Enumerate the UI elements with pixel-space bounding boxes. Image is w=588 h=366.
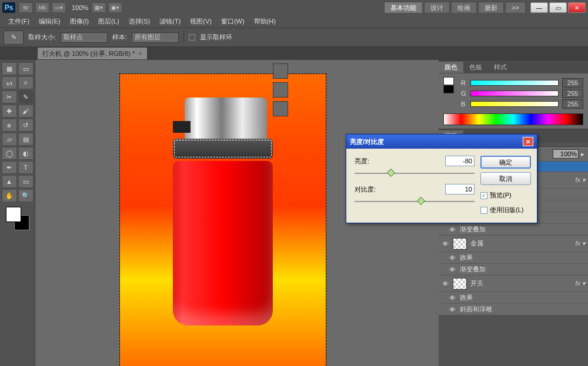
- brightness-input[interactable]: [445, 156, 475, 166]
- mini-panel-icon[interactable]: [273, 101, 288, 116]
- visibility-icon[interactable]: 👁: [448, 266, 456, 273]
- close-tab-icon[interactable]: ×: [138, 50, 142, 57]
- color-panel-swatch[interactable]: [443, 77, 454, 110]
- channel-b-slider[interactable]: [470, 101, 559, 107]
- channel-g-value[interactable]: [562, 89, 583, 98]
- layer-row[interactable]: 👁 金属 fx ▾: [439, 235, 588, 251]
- sample-scope-select[interactable]: [132, 32, 179, 43]
- layer-opacity-input[interactable]: [553, 149, 579, 159]
- tool-crop[interactable]: ✂: [2, 90, 17, 103]
- minibridge-button[interactable]: Mb: [35, 2, 49, 13]
- layer-effect-row[interactable]: 👁渐变叠加: [439, 263, 588, 275]
- workspace-design[interactable]: 设计: [424, 2, 450, 14]
- tool-quick-select[interactable]: ✧: [18, 76, 34, 89]
- fx-badge[interactable]: fx ▾: [575, 176, 586, 184]
- tool-blur[interactable]: ◯: [2, 147, 17, 160]
- menu-layer[interactable]: 图层(L): [93, 16, 123, 27]
- tab-swatches[interactable]: 色板: [463, 62, 488, 73]
- layer-name[interactable]: 金属: [470, 239, 483, 248]
- menu-edit[interactable]: 编辑(E): [34, 16, 65, 27]
- visibility-icon[interactable]: 👁: [448, 306, 456, 313]
- workspace-photography[interactable]: 摄影: [478, 2, 504, 14]
- current-tool-eyedropper-icon[interactable]: ✎: [4, 31, 24, 45]
- layer-effect-row[interactable]: 👁渐变叠加: [439, 223, 588, 235]
- tool-move[interactable]: ▦: [2, 62, 17, 75]
- window-maximize[interactable]: ▭: [549, 2, 567, 13]
- visibility-icon[interactable]: 👁: [441, 280, 449, 287]
- contrast-slider[interactable]: [355, 197, 475, 206]
- tool-hand[interactable]: ✋: [2, 189, 17, 202]
- tool-marquee[interactable]: ▭: [18, 62, 34, 75]
- tool-shape[interactable]: ▭: [18, 175, 34, 188]
- dialog-close-icon[interactable]: ✕: [523, 137, 533, 146]
- tab-styles[interactable]: 样式: [488, 62, 513, 73]
- color-swatches[interactable]: [6, 207, 29, 230]
- channel-r-value[interactable]: [562, 78, 583, 88]
- tool-zoom[interactable]: 🔍: [18, 189, 34, 202]
- tab-color[interactable]: 颜色: [439, 62, 463, 73]
- extras-button[interactable]: ▣▾: [108, 2, 122, 13]
- visibility-icon[interactable]: 👁: [448, 294, 456, 301]
- tool-heal[interactable]: ✚: [2, 105, 17, 117]
- dialog-title-bar[interactable]: 亮度/对比度 ✕: [346, 135, 537, 149]
- workspace-more[interactable]: >>: [505, 2, 526, 14]
- legacy-checkbox[interactable]: 使用旧版(L): [480, 206, 531, 214]
- tool-type[interactable]: T: [18, 161, 34, 174]
- visibility-icon[interactable]: 👁: [448, 254, 456, 261]
- layer-effect-row[interactable]: 👁效果: [439, 291, 588, 303]
- brightness-slider[interactable]: [355, 169, 475, 178]
- menu-help[interactable]: 帮助(H): [249, 16, 280, 27]
- contrast-input[interactable]: [445, 184, 475, 194]
- bridge-button[interactable]: Br: [19, 2, 33, 13]
- window-close[interactable]: ✕: [568, 2, 586, 13]
- preview-checkbox[interactable]: ✓ 预览(P): [480, 191, 531, 200]
- menu-image[interactable]: 图像(I): [65, 16, 93, 27]
- tool-pen[interactable]: ✒: [2, 161, 17, 174]
- fx-badge[interactable]: fx ▾: [575, 240, 586, 247]
- fx-badge[interactable]: fx ▾: [575, 280, 586, 287]
- channel-b-value[interactable]: [562, 99, 583, 109]
- effect-label: 渐变叠加: [460, 265, 486, 274]
- layer-thumbnail[interactable]: [453, 278, 467, 290]
- menu-filter[interactable]: 滤镜(T): [155, 16, 185, 27]
- tool-eyedropper[interactable]: ✎: [18, 90, 34, 103]
- layer-thumbnail[interactable]: [453, 238, 467, 250]
- screen-mode-button[interactable]: ▭▾: [52, 2, 66, 13]
- show-sampling-ring-checkbox[interactable]: [189, 34, 195, 41]
- channel-g-slider[interactable]: [470, 90, 559, 96]
- sample-size-select[interactable]: [61, 32, 108, 43]
- tool-path-select[interactable]: ▲: [2, 175, 17, 188]
- tool-history-brush[interactable]: ↺: [18, 119, 34, 132]
- mini-panel-icon[interactable]: [273, 63, 288, 79]
- workspace-painting[interactable]: 绘画: [451, 2, 477, 14]
- tool-lasso[interactable]: ᔕ: [2, 76, 17, 89]
- foreground-color-swatch[interactable]: [6, 207, 21, 222]
- workspace-essentials[interactable]: 基本功能: [384, 2, 423, 14]
- arrange-button[interactable]: ▦▾: [92, 2, 106, 13]
- options-bar: ✎ 取样大小: 样本: 显示取样环: [0, 28, 588, 47]
- cancel-button[interactable]: 取消: [480, 172, 531, 185]
- ok-button[interactable]: 确定: [480, 156, 531, 169]
- layer-effect-row[interactable]: 👁斜面和浮雕: [439, 303, 588, 315]
- menu-select[interactable]: 选择(S): [124, 16, 155, 27]
- tool-stamp[interactable]: ⎈: [2, 119, 17, 132]
- document-tab[interactable]: 打火机 @ 100% (分界, RGB/8) * ×: [38, 48, 147, 59]
- layer-name[interactable]: 开关: [470, 279, 483, 288]
- layer-row[interactable]: 👁 开关 fx ▾: [439, 275, 588, 291]
- window-minimize[interactable]: —: [530, 2, 548, 13]
- tool-eraser[interactable]: ▱: [2, 133, 17, 146]
- visibility-icon[interactable]: 👁: [441, 240, 449, 247]
- menu-file[interactable]: 文件(F): [4, 16, 34, 27]
- tool-brush[interactable]: 🖌: [18, 105, 34, 117]
- color-spectrum[interactable]: [443, 113, 583, 125]
- channel-r-slider[interactable]: [470, 80, 559, 86]
- menu-view[interactable]: 视图(V): [185, 16, 216, 27]
- tool-gradient[interactable]: ▤: [18, 133, 34, 146]
- layer-effect-row[interactable]: 👁效果: [439, 251, 588, 263]
- zoom-level[interactable]: 100%: [72, 4, 88, 11]
- mini-panel-icon[interactable]: [273, 82, 288, 98]
- opacity-flyout-icon[interactable]: ▸: [581, 150, 584, 158]
- tool-dodge[interactable]: ◐: [18, 147, 34, 160]
- visibility-icon[interactable]: 👁: [448, 226, 456, 233]
- menu-window[interactable]: 窗口(W): [216, 16, 249, 27]
